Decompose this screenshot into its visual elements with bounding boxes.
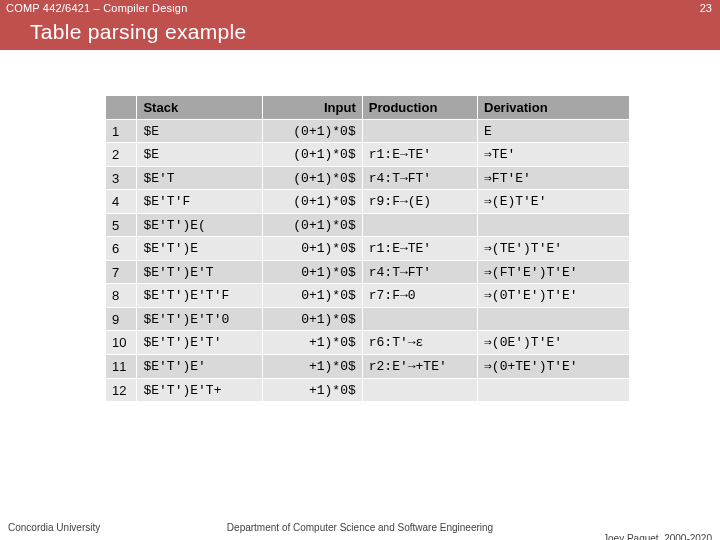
cell-production: r1:E→TE' <box>362 237 477 261</box>
cell-production: r2:E'→+TE' <box>362 355 477 379</box>
cell-step: 1 <box>106 119 137 143</box>
table-row: 8$E'T')E'T'F0+1)*0$r7:F→0⇒(0T'E')T'E' <box>106 284 630 308</box>
cell-derivation: ⇒(E)T'E' <box>478 190 630 214</box>
slide-footer: Concordia University Department of Compu… <box>0 522 720 533</box>
table-row: 6$E'T')E0+1)*0$r1:E→TE'⇒(TE')T'E' <box>106 237 630 261</box>
cell-derivation: ⇒(FT'E')T'E' <box>478 260 630 284</box>
cell-input: (0+1)*0$ <box>263 119 363 143</box>
cell-input: (0+1)*0$ <box>263 190 363 214</box>
cell-derivation: ⇒(0E')T'E' <box>478 331 630 355</box>
cell-stack: $E'T')E( <box>137 213 263 237</box>
cell-input: (0+1)*0$ <box>263 213 363 237</box>
slide-number: 23 <box>700 2 712 14</box>
table-row: 7$E'T')E'T0+1)*0$r4:T→FT'⇒(FT'E')T'E' <box>106 260 630 284</box>
cell-step: 5 <box>106 213 137 237</box>
cell-stack: $E'T')E' <box>137 355 263 379</box>
cell-step: 3 <box>106 166 137 190</box>
cell-stack: $E'T')E'T <box>137 260 263 284</box>
table-row: 1$E(0+1)*0$E <box>106 119 630 143</box>
course-code: COMP 442/6421 – Compiler Design <box>6 2 187 14</box>
cell-production <box>362 119 477 143</box>
cell-production <box>362 307 477 331</box>
parsing-table: Stack Input Production Derivation 1$E(0+… <box>105 95 630 402</box>
cell-input: (0+1)*0$ <box>263 143 363 167</box>
cell-input: +1)*0$ <box>263 355 363 379</box>
cell-input: 0+1)*0$ <box>263 260 363 284</box>
cell-derivation: ⇒TE' <box>478 143 630 167</box>
cell-input: +1)*0$ <box>263 331 363 355</box>
cell-production: r6:T'→ε <box>362 331 477 355</box>
table-row: 3$E'T(0+1)*0$r4:T→FT'⇒FT'E' <box>106 166 630 190</box>
footer-left: Concordia University <box>8 522 100 533</box>
slide-header: COMP 442/6421 – Compiler Design 23 Table… <box>0 0 720 50</box>
table-row: 2$E(0+1)*0$r1:E→TE'⇒TE' <box>106 143 630 167</box>
table-row: 4$E'T'F(0+1)*0$r9:F→(E)⇒(E)T'E' <box>106 190 630 214</box>
cell-stack: $E'T <box>137 166 263 190</box>
cell-production: r9:F→(E) <box>362 190 477 214</box>
cell-step: 7 <box>106 260 137 284</box>
cell-stack: $E <box>137 143 263 167</box>
cell-input: 0+1)*0$ <box>263 284 363 308</box>
col-derivation: Derivation <box>478 96 630 120</box>
table-row: 10$E'T')E'T'+1)*0$r6:T'→ε⇒(0E')T'E' <box>106 331 630 355</box>
cell-step: 12 <box>106 378 137 402</box>
cell-derivation: ⇒(0T'E')T'E' <box>478 284 630 308</box>
cell-input: (0+1)*0$ <box>263 166 363 190</box>
cell-input: 0+1)*0$ <box>263 237 363 261</box>
cell-derivation <box>478 213 630 237</box>
cell-stack: $E'T')E'T+ <box>137 378 263 402</box>
cell-input: +1)*0$ <box>263 378 363 402</box>
cell-production: r1:E→TE' <box>362 143 477 167</box>
footer-right: Joey Paquet, 2000-2020 <box>603 533 712 540</box>
cell-derivation <box>478 307 630 331</box>
parsing-table-body: 1$E(0+1)*0$E2$E(0+1)*0$r1:E→TE'⇒TE'3$E'T… <box>106 119 630 402</box>
slide-title: Table parsing example <box>30 20 246 44</box>
slide-body: Stack Input Production Derivation 1$E(0+… <box>0 50 720 402</box>
cell-step: 11 <box>106 355 137 379</box>
cell-production <box>362 213 477 237</box>
cell-stack: $E'T')E'T'0 <box>137 307 263 331</box>
col-input: Input <box>263 96 363 120</box>
cell-stack: $E'T')E'T'F <box>137 284 263 308</box>
cell-derivation: ⇒(0+TE')T'E' <box>478 355 630 379</box>
cell-step: 9 <box>106 307 137 331</box>
cell-step: 6 <box>106 237 137 261</box>
cell-step: 2 <box>106 143 137 167</box>
footer-center: Department of Computer Science and Softw… <box>0 522 720 533</box>
table-row: 5$E'T')E((0+1)*0$ <box>106 213 630 237</box>
cell-production: r4:T→FT' <box>362 166 477 190</box>
cell-stack: $E'T'F <box>137 190 263 214</box>
cell-derivation <box>478 378 630 402</box>
col-stack: Stack <box>137 96 263 120</box>
cell-production: r7:F→0 <box>362 284 477 308</box>
cell-derivation: ⇒FT'E' <box>478 166 630 190</box>
col-production: Production <box>362 96 477 120</box>
cell-step: 10 <box>106 331 137 355</box>
col-step <box>106 96 137 120</box>
cell-input: 0+1)*0$ <box>263 307 363 331</box>
cell-stack: $E'T')E'T' <box>137 331 263 355</box>
table-row: 9$E'T')E'T'00+1)*0$ <box>106 307 630 331</box>
cell-production: r4:T→FT' <box>362 260 477 284</box>
cell-production <box>362 378 477 402</box>
table-header-row: Stack Input Production Derivation <box>106 96 630 120</box>
cell-step: 8 <box>106 284 137 308</box>
cell-derivation: ⇒(TE')T'E' <box>478 237 630 261</box>
table-row: 12$E'T')E'T++1)*0$ <box>106 378 630 402</box>
cell-derivation: E <box>478 119 630 143</box>
cell-stack: $E'T')E <box>137 237 263 261</box>
table-row: 11$E'T')E'+1)*0$r2:E'→+TE'⇒(0+TE')T'E' <box>106 355 630 379</box>
cell-step: 4 <box>106 190 137 214</box>
cell-stack: $E <box>137 119 263 143</box>
